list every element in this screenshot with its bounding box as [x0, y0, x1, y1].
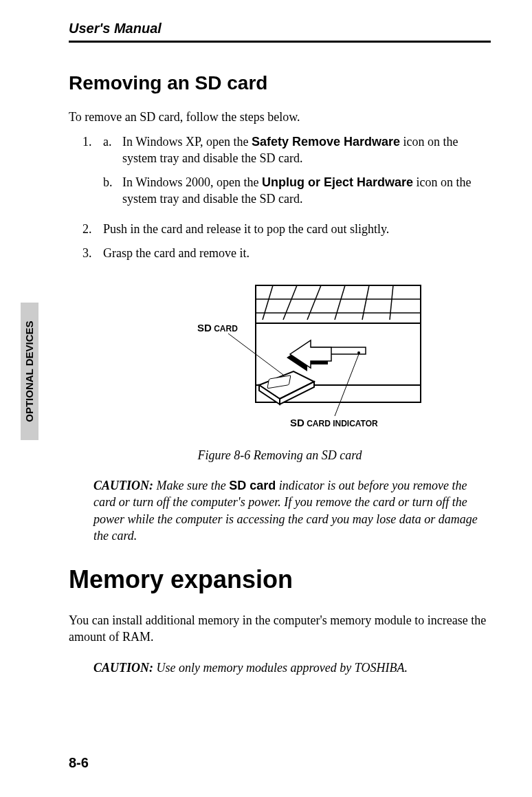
text-run: In Windows XP, open the — [122, 135, 252, 149]
list-item: 1. a. In Windows XP, open the Safety Rem… — [82, 133, 491, 214]
list-number: 3. — [82, 245, 103, 261]
bold-term: Safety Remove Hardware — [252, 135, 400, 149]
sub-list-item: b. In Windows 2000, open the Unplug or E… — [103, 174, 491, 208]
sub-body: In Windows XP, open the Safety Remove Ha… — [122, 133, 491, 167]
text-run: Use only memory modules approved by TOSH… — [153, 661, 408, 675]
running-header: User's Manual — [69, 19, 491, 43]
ordered-list: 1. a. In Windows XP, open the Safety Rem… — [82, 133, 491, 261]
intro-paragraph: To remove an SD card, follow the steps b… — [69, 109, 491, 125]
list-number: 2. — [82, 221, 103, 237]
svg-text:SD CARD: SD CARD — [197, 322, 238, 334]
figure-caption: Figure 8-6 Removing an SD card — [69, 447, 491, 463]
caution-label: CAUTION: — [93, 661, 153, 675]
bold-term: SD card — [229, 479, 276, 492]
sub-letter: a. — [103, 133, 122, 167]
page-content: User's Manual Removing an SD card To rem… — [0, 0, 532, 676]
body-paragraph: You can install additional memory in the… — [69, 612, 491, 646]
sub-list-item: a. In Windows XP, open the Safety Remove… — [103, 133, 491, 167]
sub-letter: b. — [103, 174, 122, 208]
list-number: 1. — [82, 133, 103, 214]
list-item: 3. Grasp the card and remove it. — [82, 245, 491, 261]
list-body: Grasp the card and remove it. — [103, 245, 491, 261]
bold-term: Unplug or Eject Hardware — [262, 175, 413, 189]
section-heading-removing: Removing an SD card — [69, 70, 491, 96]
list-item: 2. Push in the card and release it to po… — [82, 221, 491, 237]
sd-card-diagram-icon: SD CARD SD CARD INDICATOR — [135, 282, 424, 433]
text-run: Make sure the — [153, 479, 229, 492]
sub-body: In Windows 2000, open the Unplug or Ejec… — [122, 174, 491, 208]
list-body: Push in the card and release it to pop t… — [103, 221, 491, 237]
svg-text:SD CARD INDICATOR: SD CARD INDICATOR — [290, 417, 378, 428]
text-run: In Windows 2000, open the — [122, 175, 262, 189]
caution-paragraph: CAUTION: Make sure the SD card indicator… — [93, 477, 491, 544]
caution-label: CAUTION: — [93, 479, 153, 492]
page-number: 8-6 — [69, 754, 89, 772]
figure-block: SD CARD SD CARD INDICATOR Figure 8-6 Rem… — [69, 282, 491, 463]
caution-paragraph: CAUTION: Use only memory modules approve… — [93, 659, 491, 676]
svg-point-20 — [357, 351, 360, 354]
section-heading-memory: Memory expansion — [69, 563, 491, 597]
